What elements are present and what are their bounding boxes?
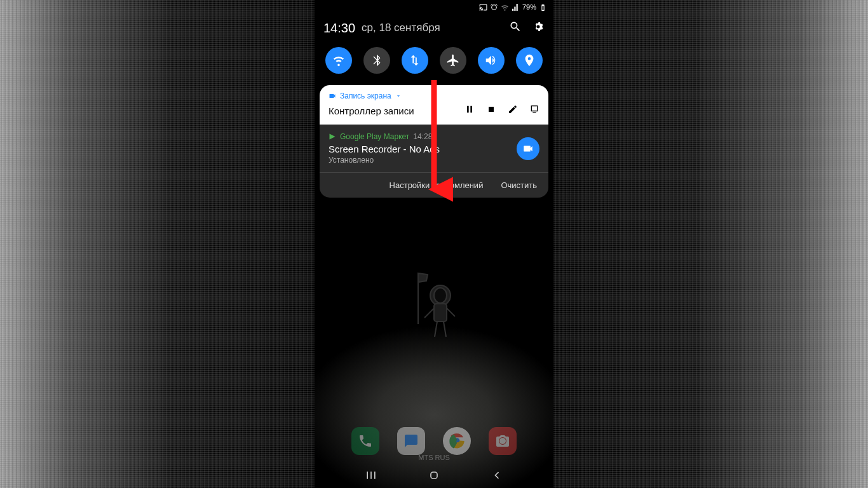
sound-icon [484, 53, 498, 67]
qs-wifi[interactable] [325, 47, 352, 74]
alarm-icon [490, 3, 498, 11]
notification-footer: Настройки уведомлений Очистить [320, 172, 548, 198]
airplane-icon [446, 53, 460, 67]
pencil-icon [508, 104, 518, 114]
notification-screen-record[interactable]: Запись экрана Контроллер записи [320, 85, 548, 125]
svg-line-4 [424, 308, 434, 318]
search-button[interactable] [509, 20, 522, 36]
dock-camera[interactable] [489, 427, 517, 455]
back-button[interactable] [491, 469, 503, 484]
ns-header: 14:30 ср, 18 сентября [315, 14, 553, 44]
quick-settings-row [315, 44, 553, 85]
pause-button[interactable] [465, 104, 475, 117]
phone-icon [358, 433, 373, 449]
videocam-icon [522, 143, 534, 154]
pause-icon [465, 104, 475, 114]
cast-icon [479, 3, 487, 11]
qs-sound[interactable] [478, 47, 505, 74]
notif-app-badge[interactable] [517, 137, 539, 160]
videocam-icon [329, 92, 336, 100]
svg-rect-3 [434, 304, 447, 322]
qs-bluetooth[interactable] [363, 47, 390, 74]
svg-point-12 [499, 438, 506, 444]
dock-chrome[interactable] [443, 427, 471, 455]
stop-button[interactable] [486, 104, 496, 117]
svg-rect-16 [431, 472, 437, 478]
dock [315, 427, 553, 455]
svg-line-7 [444, 322, 446, 337]
notif-title: Контроллер записи [329, 105, 414, 116]
battery-icon [539, 3, 547, 11]
carrier-label: MTS RUS [315, 454, 553, 461]
clear-all-button[interactable]: Очистить [501, 180, 537, 190]
svg-line-6 [435, 322, 437, 337]
message-icon [403, 433, 419, 449]
qs-mobile-data[interactable] [402, 47, 428, 74]
svg-rect-9 [532, 112, 536, 112]
edit-button[interactable] [508, 104, 518, 117]
gear-icon [532, 20, 545, 33]
search-icon [509, 20, 522, 33]
play-store-icon [329, 133, 336, 140]
notif-app-name: Google Play Маркет [340, 132, 409, 141]
camera-icon [495, 433, 510, 449]
notif-app-name: Запись экрана [340, 92, 391, 100]
wifi-signal-icon [501, 3, 509, 11]
status-bar: 79% [315, 0, 553, 14]
dock-messages[interactable] [397, 427, 425, 455]
wallpaper-astronaut [405, 267, 463, 352]
notif-subtitle: Установлено [329, 156, 512, 165]
home-button[interactable] [428, 469, 440, 484]
recents-button[interactable] [365, 469, 377, 484]
qs-location[interactable] [516, 47, 543, 74]
notification-play-store[interactable]: Google Play Маркет 14:28 Screen Recorder… [320, 125, 548, 172]
settings-button[interactable] [532, 20, 545, 36]
clock-time: 14:30 [323, 21, 355, 36]
notification-panel: Запись экрана Контроллер записи Google P… [320, 85, 548, 198]
notification-settings-button[interactable]: Настройки уведомлений [390, 180, 484, 190]
qs-airplane[interactable] [440, 47, 466, 74]
dock-phone[interactable] [351, 427, 379, 455]
battery-percent: 79% [522, 3, 536, 11]
clock-date: ср, 18 сентября [362, 22, 440, 34]
stop-icon [486, 104, 496, 114]
phone-frame: 79% 14:30 ср, 18 сентября Запись экрана … [315, 0, 553, 488]
svg-rect-8 [531, 106, 537, 111]
notif-timestamp: 14:28 [413, 132, 432, 141]
svg-point-2 [434, 288, 447, 303]
back-icon [491, 469, 503, 482]
location-icon [522, 53, 536, 67]
mobile-data-icon [408, 53, 422, 67]
facecam-button[interactable] [529, 104, 539, 117]
home-icon [428, 469, 440, 482]
svg-line-5 [447, 308, 455, 316]
bluetooth-icon [370, 53, 384, 67]
wifi-icon [332, 53, 346, 67]
facecam-icon [529, 104, 539, 114]
navigation-bar [315, 469, 553, 484]
chrome-icon [448, 432, 466, 450]
chevron-down-icon [395, 93, 402, 99]
signal-icon [512, 3, 520, 11]
recents-icon [365, 469, 377, 482]
notif-title: Screen Recorder - No Ads [329, 144, 512, 154]
